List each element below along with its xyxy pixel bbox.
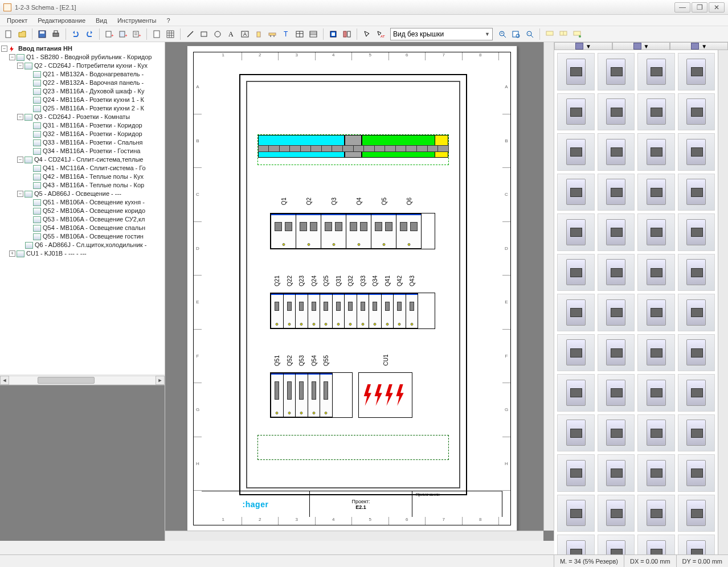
library-part[interactable] xyxy=(598,133,635,171)
library-part[interactable] xyxy=(637,454,675,492)
tree-horizontal-scrollbar[interactable]: ◄ ► xyxy=(0,375,165,385)
breaker-Q1[interactable]: Q1 xyxy=(271,213,296,249)
tool-din[interactable] xyxy=(266,28,279,40)
library-part[interactable] xyxy=(598,213,635,251)
breaker-Q42[interactable]: Q42 xyxy=(393,293,406,328)
library-part[interactable] xyxy=(557,93,595,131)
scroll-left-arrow[interactable]: ◄ xyxy=(0,376,9,385)
breaker-Q6[interactable]: Q6 xyxy=(396,213,422,249)
tool-text-box[interactable]: A xyxy=(239,28,251,40)
breaker-Q2[interactable]: Q2 xyxy=(296,213,321,249)
breaker-Q4[interactable]: Q4 xyxy=(346,213,371,249)
tool-circle[interactable] xyxy=(211,28,224,40)
library-part[interactable] xyxy=(598,53,635,91)
library-part[interactable] xyxy=(557,294,595,331)
palette-tab-1[interactable]: ▼ xyxy=(554,42,612,50)
library-part[interactable] xyxy=(637,254,675,291)
library-part[interactable] xyxy=(678,133,715,171)
library-part[interactable] xyxy=(678,334,715,372)
breaker-Q34[interactable]: Q34 xyxy=(369,293,382,328)
library-part[interactable] xyxy=(678,414,715,452)
breaker-Q52[interactable]: Q52 xyxy=(283,373,296,417)
library-part[interactable] xyxy=(678,213,715,251)
breaker-Q32[interactable]: Q32 xyxy=(344,293,357,328)
tool-label2[interactable] xyxy=(557,28,570,40)
library-part[interactable] xyxy=(637,414,675,452)
tree-expander[interactable]: − xyxy=(1,46,7,52)
scroll-thumb[interactable] xyxy=(38,377,95,384)
tool-device[interactable] xyxy=(252,28,265,40)
tree-expander[interactable]: + xyxy=(9,250,15,257)
breaker-Q55[interactable]: Q55 xyxy=(320,373,333,417)
breaker-Q24[interactable]: Q24 xyxy=(308,293,321,328)
library-part[interactable] xyxy=(678,294,715,331)
breaker-Q25[interactable]: Q25 xyxy=(320,293,333,328)
library-part[interactable] xyxy=(557,133,595,171)
scroll-right-arrow[interactable]: ► xyxy=(156,376,165,385)
zoom-in-button[interactable]: + xyxy=(496,28,509,40)
redo-button[interactable] xyxy=(83,28,96,40)
breaker-Q21[interactable]: Q21 xyxy=(271,293,284,328)
tool-t[interactable]: T xyxy=(280,28,292,40)
din-row-1[interactable]: Q1Q2Q3Q4Q5Q6 xyxy=(270,213,435,249)
tool-line[interactable] xyxy=(184,28,197,40)
menu-view[interactable]: Вид xyxy=(91,16,112,25)
breaker-Q51[interactable]: Q51 xyxy=(271,373,284,417)
library-part[interactable] xyxy=(598,414,635,452)
library-part[interactable] xyxy=(678,374,715,412)
tool-cursor-att[interactable]: ATT xyxy=(374,28,387,40)
library-part[interactable] xyxy=(637,374,675,412)
tool-table[interactable] xyxy=(293,28,306,40)
tool-add1[interactable]: + xyxy=(103,28,116,40)
breaker-Q3[interactable]: Q3 xyxy=(321,213,346,249)
new-button[interactable] xyxy=(2,28,15,40)
library-part[interactable] xyxy=(557,53,595,91)
breaker-Q53[interactable]: Q53 xyxy=(295,373,308,417)
window-maximize-button[interactable]: ❐ xyxy=(692,2,707,13)
tool-panel1[interactable] xyxy=(327,28,340,40)
menu-project[interactable]: Проект xyxy=(2,16,32,25)
library-part[interactable] xyxy=(557,213,595,251)
library-part[interactable] xyxy=(598,294,635,331)
tree-expander[interactable]: − xyxy=(17,63,23,69)
library-part[interactable] xyxy=(557,414,595,452)
breaker-Q33[interactable]: Q33 xyxy=(357,293,370,328)
menu-help[interactable]: ? xyxy=(162,16,175,25)
breaker-Q43[interactable]: Q43 xyxy=(406,293,419,328)
library-part[interactable] xyxy=(598,174,635,211)
tool-grid[interactable] xyxy=(164,28,177,40)
drawing-canvas[interactable]: 12345678 12345678 ABCDEFGH ABCDEFGH Q1Q2… xyxy=(165,42,554,541)
library-part[interactable] xyxy=(637,53,675,91)
zoom-fit-button[interactable] xyxy=(510,28,522,40)
din-row-2[interactable]: Q21Q22Q23Q24Q25Q31Q32Q33Q34Q41Q42Q43 xyxy=(270,293,435,329)
library-part[interactable] xyxy=(678,495,715,532)
project-tree[interactable]: −Ввод питания НН −Q1 - SB280 - Вводной р… xyxy=(0,42,165,375)
breaker-Q22[interactable]: Q22 xyxy=(283,293,296,328)
breaker-Q31[interactable]: Q31 xyxy=(332,293,345,328)
library-part[interactable] xyxy=(598,334,635,372)
library-part[interactable] xyxy=(557,174,595,211)
breaker-Q23[interactable]: Q23 xyxy=(295,293,308,328)
terminal-block-selected[interactable] xyxy=(257,134,449,165)
tool-label3[interactable] xyxy=(571,28,583,40)
library-part[interactable] xyxy=(637,174,675,211)
din-row-3[interactable]: Q51Q52Q53Q54Q55 xyxy=(270,372,353,418)
breaker-Q5[interactable]: Q5 xyxy=(371,213,396,249)
breaker-Q54[interactable]: Q54 xyxy=(308,373,321,417)
library-part[interactable] xyxy=(557,374,595,412)
canvas-horizontal-scrollbar[interactable] xyxy=(165,531,543,541)
menu-tools[interactable]: Инструменты xyxy=(113,16,161,25)
undo-button[interactable] xyxy=(69,28,82,40)
print-button[interactable] xyxy=(50,28,62,40)
enclosure-outline[interactable]: Q1Q2Q3Q4Q5Q6 Q21Q22Q23Q24Q25Q31Q32Q33Q34… xyxy=(239,74,467,495)
tool-label1[interactable] xyxy=(543,28,556,40)
cu-device[interactable]: CU1 xyxy=(358,372,412,418)
library-part[interactable] xyxy=(637,93,675,131)
library-part[interactable] xyxy=(598,495,635,532)
library-part[interactable] xyxy=(557,334,595,372)
library-part[interactable] xyxy=(637,334,675,372)
window-close-button[interactable]: ✕ xyxy=(709,2,725,13)
library-part[interactable] xyxy=(678,93,715,131)
library-part[interactable] xyxy=(557,454,595,492)
palette-tab-3[interactable]: ▼ xyxy=(670,42,728,50)
